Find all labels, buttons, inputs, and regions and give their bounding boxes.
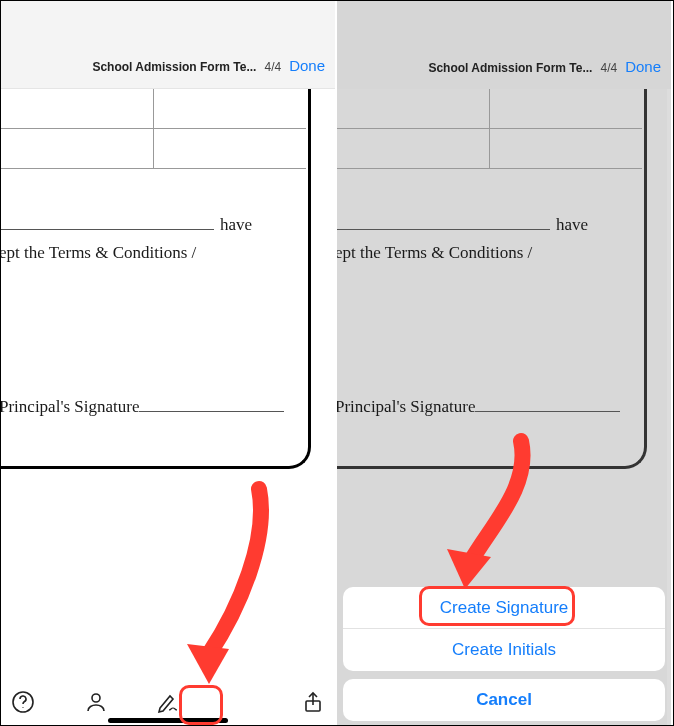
- profile-button[interactable]: [82, 688, 110, 716]
- table-row: [337, 89, 642, 129]
- terms-line: ept the Terms & Conditions /: [1, 243, 196, 263]
- table-row: [1, 129, 306, 169]
- document-view[interactable]: have ept the Terms & Conditions / Princi…: [1, 89, 331, 725]
- table-fragment: [337, 89, 642, 169]
- nav-header: School Admission Form Te... 4/4 Done: [1, 1, 335, 89]
- signature-label: Principal's Signature: [1, 397, 139, 417]
- nav-header: School Admission Form Te... 4/4 Done: [337, 1, 671, 89]
- create-initials-button[interactable]: Create Initials: [343, 629, 665, 671]
- text-have: have: [220, 215, 252, 235]
- document-page: have ept the Terms & Conditions / Princi…: [1, 89, 311, 469]
- table-cell: [337, 129, 490, 168]
- done-button[interactable]: Done: [289, 57, 325, 74]
- cancel-button[interactable]: Cancel: [343, 679, 665, 721]
- doc-title: School Admission Form Te...: [92, 60, 256, 74]
- table-fragment: [1, 89, 306, 169]
- svg-point-2: [92, 694, 100, 702]
- share-button[interactable]: [299, 688, 327, 716]
- blank-line: [475, 398, 620, 412]
- table-cell: [490, 129, 642, 168]
- table-row: [337, 129, 642, 169]
- help-button[interactable]: [9, 688, 37, 716]
- text-line: have: [1, 215, 252, 235]
- terms-line: ept the Terms & Conditions /: [337, 243, 532, 263]
- svg-point-1: [22, 707, 23, 708]
- action-sheet-cancel-group: Cancel: [343, 679, 665, 721]
- table-cell: [337, 89, 490, 128]
- signature-line: Principal's Signature: [1, 397, 284, 417]
- annotation-highlight: [179, 685, 223, 725]
- signature-button[interactable]: [154, 688, 182, 716]
- document-page: have ept the Terms & Conditions / Princi…: [337, 89, 647, 469]
- signature-label: Principal's Signature: [337, 397, 475, 417]
- table-cell: [154, 89, 306, 128]
- signature-line: Principal's Signature: [337, 397, 620, 417]
- text-have: have: [556, 215, 588, 235]
- table-cell: [154, 129, 306, 168]
- text-line: have: [337, 215, 588, 235]
- done-button[interactable]: Done: [625, 58, 661, 75]
- table-cell: [1, 129, 154, 168]
- annotation-highlight: [419, 586, 575, 626]
- doc-title: School Admission Form Te...: [428, 61, 592, 75]
- screenshot-pair: School Admission Form Te... 4/4 Done: [0, 0, 674, 726]
- bottom-toolbar: [1, 683, 335, 723]
- toolbar-spacer: [227, 688, 255, 716]
- blank-line: [1, 216, 214, 230]
- table-cell: [490, 89, 642, 128]
- page-indicator: 4/4: [600, 61, 617, 75]
- left-pane: School Admission Form Te... 4/4 Done: [1, 1, 337, 725]
- table-cell: [1, 89, 154, 128]
- blank-line: [139, 398, 284, 412]
- blank-line: [337, 216, 550, 230]
- table-row: [1, 89, 306, 129]
- page-indicator: 4/4: [264, 60, 281, 74]
